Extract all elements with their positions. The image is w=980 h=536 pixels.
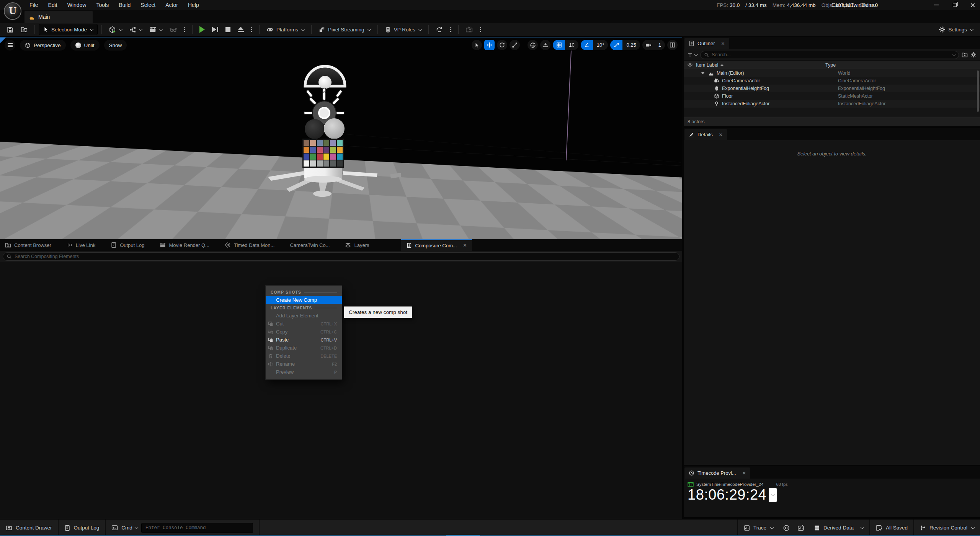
menu-build[interactable]: Build bbox=[114, 0, 136, 10]
menu-actor[interactable]: Actor bbox=[160, 0, 183, 10]
perspective-dropdown[interactable]: Perspective bbox=[20, 40, 66, 51]
tab-composure-compositing[interactable]: Composure Com...✕ bbox=[401, 239, 472, 251]
landscape-sync-button[interactable] bbox=[433, 24, 446, 35]
play-options-kebab[interactable] bbox=[181, 24, 188, 35]
content-drawer-button[interactable]: Content Drawer bbox=[0, 520, 58, 536]
item-label-column-header[interactable]: Item Label bbox=[696, 62, 825, 68]
scale-tool-button[interactable] bbox=[510, 40, 520, 50]
remote-session-button[interactable] bbox=[462, 24, 476, 35]
rotation-snap-control[interactable]: 10° bbox=[581, 40, 608, 50]
menu-item-paste[interactable]: PasteCTRL+V bbox=[266, 336, 342, 344]
menu-item-create-new-comp[interactable]: Create New Comp bbox=[266, 296, 342, 304]
platforms-dropdown[interactable]: Platforms bbox=[263, 24, 307, 35]
menu-item-rename[interactable]: RenameF2 bbox=[266, 360, 342, 368]
expander-icon[interactable] bbox=[701, 72, 704, 74]
world-local-toggle[interactable] bbox=[528, 40, 538, 50]
landscape-kebab[interactable] bbox=[447, 24, 454, 35]
skip-button[interactable] bbox=[209, 24, 221, 35]
select-tool-button[interactable] bbox=[472, 40, 482, 50]
tab-content-browser[interactable]: Content Browser bbox=[0, 239, 56, 251]
translate-tool-button[interactable] bbox=[484, 40, 495, 50]
tab-details[interactable]: Details ✕ bbox=[684, 129, 727, 140]
tab-layers[interactable]: Layers bbox=[340, 239, 374, 251]
tab-cameratwin-controller[interactable]: CameraTwin Co... bbox=[285, 239, 335, 251]
xr-preview-button[interactable] bbox=[167, 24, 180, 35]
outliner-row-instancedfoliageactor[interactable]: InstancedFoliageActor InstancedFoliageAc… bbox=[684, 100, 980, 108]
menu-item-delete[interactable]: DeleteDELETE bbox=[266, 352, 342, 360]
outliner-filter-button[interactable] bbox=[687, 52, 697, 58]
rotate-tool-button[interactable] bbox=[497, 40, 507, 50]
menu-item-add-layer-element[interactable]: Add Layer Element bbox=[266, 312, 342, 320]
outliner-scrollbar[interactable] bbox=[977, 70, 979, 112]
menu-item-duplicate[interactable]: DuplicateCTRL+D bbox=[266, 344, 342, 352]
outliner-settings-button[interactable] bbox=[970, 52, 977, 58]
output-log-button[interactable]: Output Log bbox=[59, 520, 105, 536]
compositing-search-input[interactable] bbox=[15, 254, 676, 259]
grid-snap-control[interactable]: 10 bbox=[553, 40, 578, 50]
tab-timecode-provider[interactable]: Timecode Provi... ✕ bbox=[684, 467, 750, 479]
insights-session-button[interactable] bbox=[779, 520, 794, 536]
tab-timed-data-monitor[interactable]: Timed Data Mon... bbox=[220, 239, 279, 251]
menu-tools[interactable]: Tools bbox=[91, 0, 114, 10]
window-minimize-button[interactable] bbox=[930, 0, 942, 10]
window-restore-button[interactable] bbox=[949, 0, 961, 10]
menu-file[interactable]: File bbox=[24, 0, 43, 10]
cinematics-dropdown[interactable] bbox=[146, 24, 165, 35]
play-settings-kebab[interactable] bbox=[248, 24, 255, 35]
stop-button[interactable] bbox=[222, 24, 234, 35]
scale-snap-control[interactable]: 0.25 bbox=[610, 40, 640, 50]
close-tab-icon[interactable]: ✕ bbox=[742, 471, 746, 476]
menu-help[interactable]: Help bbox=[183, 0, 204, 10]
cmd-dropdown[interactable]: Cmd bbox=[121, 525, 138, 531]
menu-item-cut[interactable]: CutCTRL+X bbox=[266, 320, 342, 328]
camera-speed-control[interactable]: 1 bbox=[642, 40, 665, 50]
menu-edit[interactable]: Edit bbox=[43, 0, 62, 10]
close-tab-icon[interactable]: ✕ bbox=[719, 132, 723, 137]
outliner-search-input[interactable] bbox=[712, 52, 949, 57]
close-tab-icon[interactable]: ✕ bbox=[721, 41, 725, 46]
menu-item-copy[interactable]: CopyCTRL+C bbox=[266, 328, 342, 336]
blueprints-dropdown[interactable] bbox=[126, 24, 145, 35]
show-flags-dropdown[interactable]: Show bbox=[104, 40, 127, 51]
menu-item-preview[interactable]: PreviewP bbox=[266, 368, 342, 376]
view-mode-dropdown[interactable]: Unlit bbox=[70, 40, 100, 51]
viewport-options-menu-button[interactable] bbox=[5, 40, 15, 51]
selection-mode-dropdown[interactable]: Selection Mode bbox=[39, 24, 98, 35]
outliner-search-box[interactable] bbox=[700, 51, 959, 59]
outliner-row-floor[interactable]: Floor StaticMeshActor bbox=[684, 92, 980, 100]
vp-roles-dropdown[interactable]: VP Roles bbox=[382, 24, 425, 35]
tab-movie-render-queue[interactable]: Movie Render Q... bbox=[155, 239, 214, 251]
menu-select[interactable]: Select bbox=[136, 0, 160, 10]
unreal-logo[interactable]: U bbox=[4, 2, 21, 20]
type-column-header[interactable]: Type bbox=[825, 62, 836, 68]
compositing-search-box[interactable] bbox=[3, 252, 679, 261]
tab-outliner[interactable]: Outliner ✕ bbox=[684, 38, 729, 49]
visibility-column-header[interactable] bbox=[684, 62, 696, 68]
maximize-viewport-button[interactable] bbox=[667, 40, 678, 50]
window-close-button[interactable] bbox=[966, 0, 978, 10]
source-control-save-status[interactable]: All Saved bbox=[870, 520, 913, 536]
settings-dropdown[interactable]: Settings bbox=[936, 24, 976, 35]
tab-main-level[interactable]: Main bbox=[24, 11, 93, 23]
menu-window[interactable]: Window bbox=[62, 0, 91, 10]
add-actor-dropdown[interactable]: + bbox=[106, 24, 125, 35]
outliner-row-world[interactable]: Main (Editor) World bbox=[684, 69, 980, 77]
save-button[interactable] bbox=[4, 24, 16, 35]
derived-data-dropdown[interactable]: Derived Data bbox=[808, 520, 869, 536]
outliner-add-folder-button[interactable] bbox=[962, 52, 968, 58]
console-command-input[interactable] bbox=[141, 523, 253, 533]
revision-control-dropdown[interactable]: Revision Control bbox=[914, 520, 980, 536]
trace-dropdown[interactable]: Trace bbox=[738, 520, 779, 536]
screenshot-trace-button[interactable] bbox=[794, 520, 808, 536]
browse-content-button[interactable] bbox=[18, 24, 31, 35]
outliner-row-cinecameraactor[interactable]: CineCameraActor CineCameraActor bbox=[684, 77, 980, 85]
close-tab-icon[interactable]: ✕ bbox=[463, 243, 467, 248]
outliner-row-exponentialheightfog[interactable]: ExponentialHeightFog ExponentialHeightFo… bbox=[684, 85, 980, 92]
tab-output-log[interactable]: Output Log bbox=[106, 239, 149, 251]
pixel-streaming-dropdown[interactable]: Pixel Streaming bbox=[315, 24, 374, 35]
play-button[interactable] bbox=[196, 24, 208, 35]
tab-live-link[interactable]: Live Link bbox=[62, 239, 100, 251]
level-viewport[interactable]: Z Y X Perspective Unlit Show bbox=[0, 37, 682, 239]
timecode-dropdown-button[interactable] bbox=[769, 488, 777, 502]
surface-snapping-button[interactable] bbox=[540, 40, 550, 50]
